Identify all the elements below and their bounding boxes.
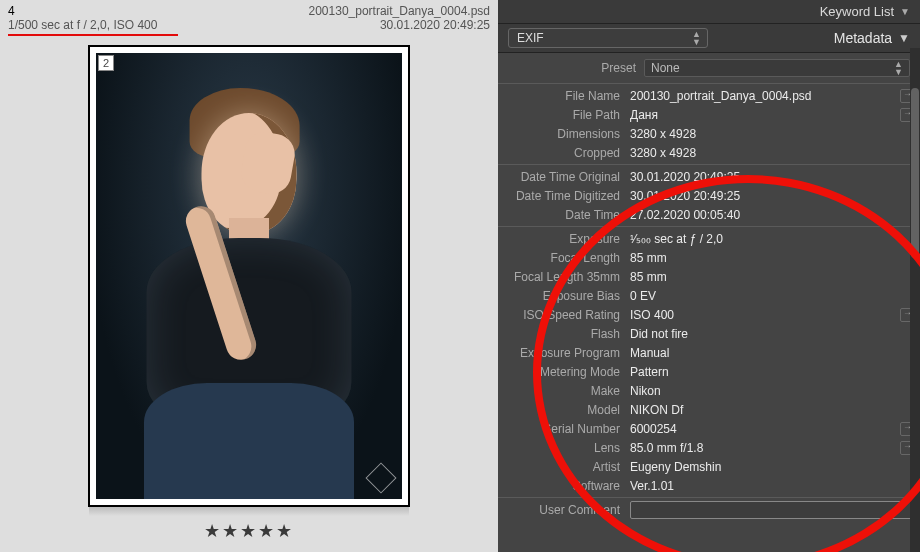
metadata-row[interactable]: Date Time27.02.2020 00:05:40 <box>498 205 920 224</box>
annotation-underline <box>8 34 178 36</box>
watermark-icon <box>365 462 396 493</box>
preset-value: None <box>651 61 680 75</box>
metadata-set-select[interactable]: EXIF ▲▼ <box>508 28 708 48</box>
metadata-row[interactable]: Cropped3280 x 4928 <box>498 143 920 162</box>
metadata-label: Date Time Digitized <box>498 189 630 203</box>
metadata-value[interactable]: NIKON Df <box>630 403 914 417</box>
metadata-panel: Keyword List ▼ EXIF ▲▼ Metadata ▼ Preset… <box>498 0 920 552</box>
panel-title-metadata: Metadata <box>834 30 892 46</box>
metadata-label: Exposure Bias <box>498 289 630 303</box>
metadata-value[interactable]: Даня <box>630 108 900 122</box>
metadata-label: Exposure <box>498 232 630 246</box>
scrollbar[interactable] <box>910 48 920 552</box>
metadata-value[interactable]: 3280 x 4928 <box>630 127 914 141</box>
metadata-row[interactable]: Exposure¹⁄₅₀₀ sec at ƒ / 2,0 <box>498 229 920 248</box>
metadata-section-file: File Name200130_portrait_Danya_0004.psdF… <box>498 83 920 164</box>
exif-summary: 1/500 sec at f / 2,0, ISO 400 <box>8 18 157 32</box>
metadata-row[interactable]: ISO Speed RatingISO 400 <box>498 305 920 324</box>
metadata-value[interactable]: 6000254 <box>630 422 900 436</box>
metadata-value[interactable]: ¹⁄₅₀₀ sec at ƒ / 2,0 <box>630 232 914 246</box>
panel-header-keyword-list[interactable]: Keyword List ▼ <box>498 0 920 24</box>
updown-icon: ▲▼ <box>894 60 903 76</box>
metadata-label: Focal Length 35mm <box>498 270 630 284</box>
metadata-label: Cropped <box>498 146 630 160</box>
preset-label: Preset <box>508 61 636 75</box>
panel-title: Keyword List <box>820 4 894 19</box>
photo-index: 4 <box>8 4 15 18</box>
metadata-value[interactable]: 30.01.2020 20:49:25 <box>630 189 914 203</box>
metadata-value[interactable]: 3280 x 4928 <box>630 146 914 160</box>
metadata-label: Dimensions <box>498 127 630 141</box>
metadata-value[interactable]: 27.02.2020 00:05:40 <box>630 208 914 222</box>
preset-select[interactable]: None ▲▼ <box>644 59 910 77</box>
photo-thumbnail[interactable] <box>96 53 402 499</box>
metadata-label: Exposure Program <box>498 346 630 360</box>
metadata-label: Metering Mode <box>498 365 630 379</box>
photo-datetime: 30.01.2020 20:49:25 <box>380 18 490 32</box>
metadata-label: Model <box>498 403 630 417</box>
preview-pane: 4 200130_portrait_Danya_0004.psd 1/500 s… <box>0 0 498 552</box>
metadata-section-camera: Exposure¹⁄₅₀₀ sec at ƒ / 2,0Focal Length… <box>498 226 920 497</box>
metadata-value[interactable]: Manual <box>630 346 914 360</box>
metadata-row[interactable]: Focal Length85 mm <box>498 248 920 267</box>
metadata-label: Flash <box>498 327 630 341</box>
metadata-row[interactable]: ArtistEugeny Demshin <box>498 457 920 476</box>
metadata-row[interactable]: Dimensions3280 x 4928 <box>498 124 920 143</box>
metadata-row[interactable]: ModelNIKON Df <box>498 400 920 419</box>
stack-count-badge[interactable]: 2 <box>98 55 114 71</box>
metadata-value[interactable]: Pattern <box>630 365 914 379</box>
metadata-label: Artist <box>498 460 630 474</box>
metadata-label: ISO Speed Rating <box>498 308 630 322</box>
scrollbar-thumb[interactable] <box>911 88 919 258</box>
metadata-row[interactable]: SoftwareVer.1.01 <box>498 476 920 495</box>
metadata-value[interactable]: 85 mm <box>630 251 914 265</box>
metadata-label: Date Time Original <box>498 170 630 184</box>
metadata-label: Software <box>498 479 630 493</box>
metadata-section-dates: Date Time Original30.01.2020 20:49:25Dat… <box>498 164 920 226</box>
metadata-label: Focal Length <box>498 251 630 265</box>
metadata-value[interactable]: ISO 400 <box>630 308 900 322</box>
metadata-label: File Path <box>498 108 630 122</box>
metadata-row[interactable]: Date Time Original30.01.2020 20:49:25 <box>498 167 920 186</box>
metadata-row[interactable]: Serial Number6000254 <box>498 419 920 438</box>
metadata-value[interactable]: 0 EV <box>630 289 914 303</box>
metadata-row[interactable]: Metering ModePattern <box>498 362 920 381</box>
metadata-value[interactable]: Eugeny Demshin <box>630 460 914 474</box>
photo-filename: 200130_portrait_Danya_0004.psd <box>309 4 490 18</box>
metadata-label: Make <box>498 384 630 398</box>
metadata-label: Lens <box>498 441 630 455</box>
metadata-set-value: EXIF <box>517 31 544 45</box>
metadata-value[interactable]: 85 mm <box>630 270 914 284</box>
metadata-row[interactable]: File Name200130_portrait_Danya_0004.psd <box>498 86 920 105</box>
chevron-down-icon[interactable]: ▼ <box>898 31 910 45</box>
metadata-label: Date Time <box>498 208 630 222</box>
metadata-value[interactable]: Nikon <box>630 384 914 398</box>
metadata-section-user: User Comment <box>498 497 920 521</box>
metadata-label: File Name <box>498 89 630 103</box>
metadata-row[interactable]: Exposure ProgramManual <box>498 343 920 362</box>
metadata-row[interactable]: File PathДаня <box>498 105 920 124</box>
photo-cell[interactable]: 2 <box>89 46 409 506</box>
user-comment-label: User Comment <box>498 503 630 517</box>
metadata-row[interactable]: FlashDid not fire <box>498 324 920 343</box>
chevron-down-icon: ▼ <box>900 6 910 17</box>
metadata-row[interactable]: Date Time Digitized30.01.2020 20:49:25 <box>498 186 920 205</box>
user-comment-input[interactable] <box>630 501 914 519</box>
metadata-row[interactable]: Focal Length 35mm85 mm <box>498 267 920 286</box>
metadata-label: Serial Number <box>498 422 630 436</box>
metadata-row[interactable]: Exposure Bias0 EV <box>498 286 920 305</box>
metadata-value[interactable]: Did not fire <box>630 327 914 341</box>
metadata-value[interactable]: 85.0 mm f/1.8 <box>630 441 900 455</box>
rating-stars[interactable]: ★★★★★ <box>0 520 498 542</box>
metadata-row[interactable]: Lens85.0 mm f/1.8 <box>498 438 920 457</box>
metadata-value[interactable]: 30.01.2020 20:49:25 <box>630 170 914 184</box>
metadata-row[interactable]: MakeNikon <box>498 381 920 400</box>
metadata-value[interactable]: 200130_portrait_Danya_0004.psd <box>630 89 900 103</box>
metadata-value[interactable]: Ver.1.01 <box>630 479 914 493</box>
updown-icon: ▲▼ <box>692 30 701 46</box>
